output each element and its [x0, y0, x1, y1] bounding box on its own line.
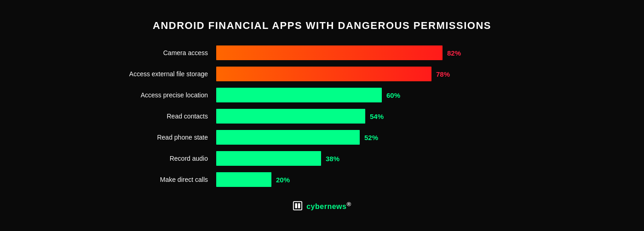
logo-area: cybernews®	[293, 201, 351, 211]
svg-rect-2	[298, 203, 300, 208]
bar-label: Camera access	[115, 49, 216, 56]
bar-track: 38%	[216, 151, 529, 166]
bar-pct-label: 82%	[447, 49, 461, 57]
chart-title: ANDROID FINANCIAL APPS WITH DANGEROUS PE…	[153, 20, 491, 32]
svg-rect-1	[295, 203, 298, 208]
bar-track: 54%	[216, 109, 529, 124]
bar-label: Record audio	[115, 155, 216, 162]
bar-row: Make direct calls20%	[115, 171, 529, 188]
bar-track: 52%	[216, 130, 529, 145]
bars-wrapper: Camera access82%Access external file sto…	[115, 45, 529, 192]
bar-track: 60%	[216, 88, 529, 102]
bar-pct-label: 20%	[276, 176, 290, 184]
bar-pct-label: 38%	[326, 155, 339, 163]
bar-row: Read contacts54%	[115, 108, 529, 124]
bar-pct-label: 54%	[370, 113, 384, 120]
bar-row: Camera access82%	[115, 45, 529, 61]
bar-label: Make direct calls	[115, 176, 216, 183]
bar-track: 82%	[216, 45, 529, 60]
cybernews-icon	[293, 201, 303, 211]
bar-fill	[216, 172, 271, 187]
bar-row: Read phone state52%	[115, 129, 529, 146]
bar-track: 20%	[216, 172, 529, 187]
bar-fill	[216, 109, 365, 124]
bar-label: Access precise location	[115, 91, 216, 99]
bar-label: Read contacts	[115, 113, 216, 120]
chart-container: ANDROID FINANCIAL APPS WITH DANGEROUS PE…	[115, 20, 529, 211]
bar-label: Access external file storage	[115, 70, 216, 78]
bar-fill	[216, 67, 431, 81]
bar-label: Read phone state	[115, 134, 216, 141]
bar-row: Record audio38%	[115, 150, 529, 167]
bar-fill	[216, 151, 321, 166]
bar-row: Access precise location60%	[115, 87, 529, 103]
bar-pct-label: 52%	[364, 134, 378, 141]
bar-row: Access external file storage78%	[115, 66, 529, 82]
bar-fill	[216, 45, 443, 60]
bar-pct-label: 78%	[436, 70, 450, 78]
bar-fill	[216, 130, 360, 145]
bar-track: 78%	[216, 67, 529, 81]
bar-fill	[216, 88, 382, 102]
bar-pct-label: 60%	[386, 91, 400, 99]
logo-text: cybernews®	[306, 201, 351, 211]
svg-rect-0	[293, 202, 302, 210]
